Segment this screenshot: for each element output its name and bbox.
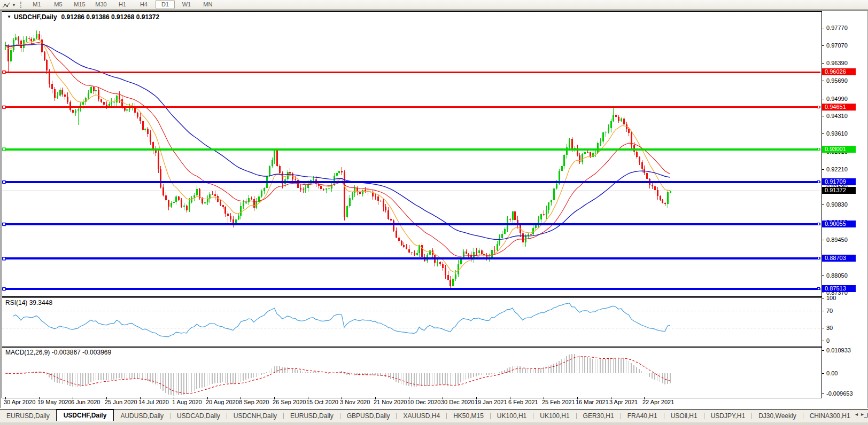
main-price-chart-panel[interactable] xyxy=(2,11,822,297)
rsi-tick-mark xyxy=(822,328,824,328)
price-level-label: 0.88703 xyxy=(822,255,856,262)
price-tick-mark xyxy=(822,28,824,28)
chart-tab-xauusd-h4[interactable]: XAUUSD,H4 xyxy=(397,411,446,421)
toolbar-grip-handle[interactable] xyxy=(20,2,22,8)
timeframe-button-m1[interactable]: M1 xyxy=(27,0,46,9)
level-right-handle[interactable] xyxy=(817,106,820,108)
chart-tab-gbpusd-daily[interactable]: GBPUSD,Daily xyxy=(340,411,397,421)
trading-terminal-window: ▼ M1M5M15M30H1H4D1W1MN ▼USDCHF,Daily0.91… xyxy=(0,0,868,425)
rsi-tick-label: 70 xyxy=(826,308,833,314)
chart-tab-usdjpy-h1[interactable]: USDJPY,H1 xyxy=(704,411,751,421)
date-tick-label: 26 Sep 2020 xyxy=(273,399,306,405)
price-level-label: 0.94651 xyxy=(822,104,856,111)
chart-tab-usdchf-daily[interactable]: USDCHF,Daily xyxy=(56,410,114,421)
date-tick-label: 1 Aug 2020 xyxy=(172,399,202,405)
candlesticks xyxy=(5,30,671,289)
timeframe-button-m15[interactable]: M15 xyxy=(70,0,89,9)
date-tick-label: 20 Aug 2020 xyxy=(206,399,239,405)
date-tick-label: 16 Mar 2021 xyxy=(576,399,609,405)
window-bottom-strip xyxy=(0,422,868,425)
rsi-tick-mark xyxy=(822,341,824,341)
chart-tab-usoil-h1[interactable]: USOil,H1 xyxy=(664,411,704,421)
price-chart-canvas[interactable] xyxy=(2,12,820,295)
date-tick-label: 3 Nov 2020 xyxy=(340,399,370,405)
rsi-indicator-panel[interactable] xyxy=(2,297,822,347)
toolbar-dropdown-caret-icon[interactable]: ▼ xyxy=(12,3,16,7)
price-tick-label: 0.97770 xyxy=(826,25,848,31)
price-tick-label: 0.90830 xyxy=(826,201,848,208)
chart-tab-dj30-weekly[interactable]: DJ30,Weekly xyxy=(752,411,802,421)
date-tick-label: 10 Dec 2020 xyxy=(407,399,440,405)
price-tick-label: 0.95690 xyxy=(826,77,848,84)
timeframe-button-mn[interactable]: MN xyxy=(198,0,218,9)
price-level-label: 0.96026 xyxy=(822,68,856,75)
price-level-label: 0.93001 xyxy=(822,146,856,153)
chart-tab-china300-h1[interactable]: CHINA300,H1 xyxy=(803,411,857,421)
macd-tick-label: 0.00 xyxy=(826,370,838,376)
level-line-left-handle xyxy=(3,223,5,226)
chart-tab-usdcad-daily[interactable]: USDCAD,Daily xyxy=(170,411,227,421)
date-tick-label: 6 Feb 2021 xyxy=(508,399,538,405)
chart-tab-audusd-daily[interactable]: AUDUSD,Daily xyxy=(114,411,170,421)
level-right-handle[interactable] xyxy=(817,257,820,259)
level-right-handle[interactable] xyxy=(817,287,820,290)
macd-indicator-panel[interactable] xyxy=(2,347,822,398)
chart-tab-bar: EURUSD,DailyUSDCHF,DailyAUDUSD,DailyUSDC… xyxy=(0,409,868,422)
price-tick-label: 0.93610 xyxy=(826,130,848,137)
price-tick-label: 0.92210 xyxy=(826,166,848,172)
price-tick-mark xyxy=(822,293,824,293)
timeframe-button-d1[interactable]: D1 xyxy=(156,0,175,9)
date-tick-label: 3 Apr 2021 xyxy=(609,399,638,405)
rsi-line xyxy=(13,303,670,337)
date-tick-label: 14 Jul 2020 xyxy=(138,399,169,405)
chart-tab-hk50-m15[interactable]: HK50,M15 xyxy=(447,411,490,421)
date-tick-label: 30 Dec 2020 xyxy=(441,399,474,405)
tab-scroll-right-icon[interactable]: ▸ xyxy=(861,411,867,417)
level-right-handle[interactable] xyxy=(817,180,820,183)
date-tick-label: 15 Oct 2020 xyxy=(306,399,338,405)
date-tick-label: 6 Jun 2020 xyxy=(71,399,100,405)
timeframe-button-m30[interactable]: M30 xyxy=(91,0,111,9)
chart-tab-uk100-h1[interactable]: UK100,H1 xyxy=(533,411,576,421)
level-right-handle[interactable] xyxy=(817,148,820,151)
tab-scroll-left-icon[interactable]: ◂ xyxy=(855,411,861,417)
price-tick-label: 0.96390 xyxy=(826,60,848,66)
timeframe-button-h4[interactable]: H4 xyxy=(134,0,153,9)
chart-tab-eurusd-daily[interactable]: EURUSD,Daily xyxy=(284,411,340,421)
rsi-tick-mark xyxy=(822,298,824,298)
timeframe-toolbar: ▼ M1M5M15M30H1H4D1W1MN xyxy=(0,0,868,9)
timeframe-button-w1[interactable]: W1 xyxy=(177,0,196,9)
moving-average-60 xyxy=(5,44,670,239)
macd-signal-line xyxy=(5,357,670,393)
symbol-dropdown-caret-icon[interactable]: ▼ xyxy=(7,14,11,19)
rsi-tick-label: 100 xyxy=(826,295,836,301)
chart-ohlc-values: 0.91286 0.91386 0.91268 0.91372 xyxy=(61,13,160,21)
price-tick-mark xyxy=(822,81,824,81)
chart-tab-uk100-h1[interactable]: UK100,H1 xyxy=(491,411,533,421)
macd-tick-mark xyxy=(822,393,824,394)
chart-tab-fra40-h1[interactable]: FRA40,H1 xyxy=(621,411,664,421)
date-tick-label: 25 Jun 2020 xyxy=(105,399,137,405)
price-tick-mark xyxy=(822,276,824,276)
macd-tick-label: -0.009653 xyxy=(826,390,853,397)
timeframe-button-m5[interactable]: M5 xyxy=(49,0,68,9)
macd-canvas[interactable] xyxy=(2,348,820,397)
macd-current-values: -0.003867 -0.003969 xyxy=(52,349,111,356)
level-line-left-handle xyxy=(3,71,5,74)
timeframe-buttons: M1M5M15M30H1H4D1W1MN xyxy=(26,0,219,9)
rsi-canvas[interactable] xyxy=(2,298,820,345)
date-tick-label: 19 May 2020 xyxy=(37,399,72,405)
rsi-tick-mark xyxy=(822,311,824,311)
chart-tab-eurusd-daily[interactable]: EURUSD,Daily xyxy=(0,411,56,421)
price-tick-label: 0.88050 xyxy=(826,272,848,279)
chart-cursor-icon[interactable] xyxy=(2,1,10,9)
price-level-label: 0.87513 xyxy=(822,285,856,292)
macd-tick-mark xyxy=(822,373,824,374)
timeframe-button-h1[interactable]: H1 xyxy=(113,0,132,9)
price-level-label: 0.91709 xyxy=(822,178,856,185)
chart-tab-ger30-h1[interactable]: GER30,H1 xyxy=(577,411,621,421)
price-tick-mark xyxy=(822,45,824,46)
current-price-label: 0.91372 xyxy=(822,187,856,194)
chart-tab-usdcnh-daily[interactable]: USDCNH,Daily xyxy=(227,411,283,421)
level-right-handle[interactable] xyxy=(817,223,820,225)
